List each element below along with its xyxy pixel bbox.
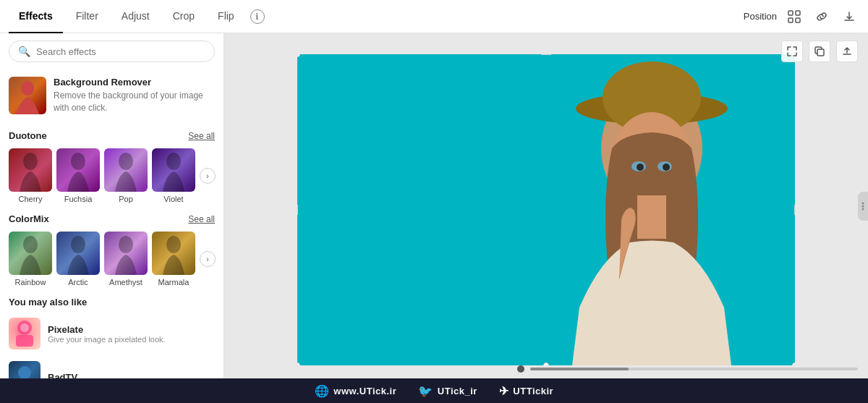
tab-adjust[interactable]: Adjust bbox=[111, 0, 160, 33]
svg-point-7 bbox=[20, 323, 29, 332]
marmala-label: Marmala bbox=[158, 278, 190, 287]
watermark-telegram: ✈ UTTickir bbox=[499, 384, 553, 398]
grid-icon[interactable] bbox=[784, 7, 804, 27]
tab-flip[interactable]: Flip bbox=[208, 0, 244, 33]
tab-crop[interactable]: Crop bbox=[163, 0, 205, 33]
link-icon[interactable] bbox=[812, 7, 832, 27]
svg-point-20 bbox=[862, 202, 864, 204]
search-input[interactable] bbox=[36, 46, 205, 57]
effect-amethyst[interactable]: Amethyst bbox=[104, 232, 148, 287]
you-may-like-title: You may also like bbox=[9, 297, 87, 307]
canvas-image bbox=[297, 54, 795, 365]
watermark-website: 🌐 www.UTick.ir bbox=[315, 384, 396, 398]
badtv-thumb bbox=[9, 361, 41, 378]
pixelate-text: Pixelate Give your image a pixelated loo… bbox=[48, 324, 166, 344]
amethyst-label: Amethyst bbox=[109, 278, 142, 287]
main-area: 🔍 Background Remover Remove the backgrou… bbox=[0, 33, 868, 378]
right-edge-handle[interactable] bbox=[858, 192, 868, 221]
sidebar: 🔍 Background Remover Remove the backgrou… bbox=[0, 33, 224, 378]
handle-middle-left[interactable] bbox=[297, 204, 298, 216]
you-may-like-header: You may also like bbox=[0, 292, 224, 312]
colormix-title: ColorMix bbox=[9, 213, 49, 224]
colormix-row: Rainbow Arctic Amethyst Marmala › bbox=[0, 229, 224, 289]
effect-marmala[interactable]: Marmala bbox=[152, 232, 195, 287]
effect-pop[interactable]: Pop bbox=[104, 148, 148, 203]
search-box[interactable]: 🔍 bbox=[9, 41, 215, 62]
effect-fuchsia[interactable]: Fuchsia bbox=[56, 148, 100, 203]
handle-bottom-right[interactable] bbox=[792, 362, 795, 365]
marmala-thumb bbox=[152, 232, 195, 275]
svg-rect-15 bbox=[637, 195, 666, 239]
corner-adjust-button[interactable] bbox=[781, 41, 803, 62]
effect-cherry[interactable]: Cherry bbox=[9, 148, 52, 203]
svg-point-18 bbox=[637, 164, 644, 171]
duotone-title: Duotone bbox=[9, 130, 47, 141]
svg-point-21 bbox=[862, 205, 864, 207]
duotone-section-header: Duotone See all bbox=[0, 126, 224, 145]
bg-remover-thumb bbox=[9, 77, 46, 114]
tab-filter[interactable]: Filter bbox=[66, 0, 109, 33]
colormix-next-arrow[interactable]: › bbox=[200, 251, 216, 267]
top-bar-right: Position bbox=[744, 7, 859, 27]
tab-list: Effects Filter Adjust Crop Flip ℹ bbox=[9, 0, 744, 33]
duplicate-button[interactable] bbox=[809, 41, 830, 62]
fuchsia-label: Fuchsia bbox=[64, 195, 93, 203]
canvas-area bbox=[224, 33, 868, 378]
telegram-icon: ✈ bbox=[499, 384, 509, 398]
globe-icon: 🌐 bbox=[315, 384, 330, 398]
tab-effects[interactable]: Effects bbox=[9, 0, 63, 33]
violet-thumb bbox=[152, 148, 195, 192]
export-button[interactable] bbox=[836, 41, 858, 62]
progress-track[interactable] bbox=[530, 368, 858, 370]
pixelate-thumb bbox=[9, 318, 41, 349]
duotone-row: Cherry Fuchsia Pop Violet › bbox=[0, 145, 224, 206]
svg-rect-3 bbox=[796, 18, 800, 22]
effect-rainbow[interactable]: Rainbow bbox=[9, 232, 52, 287]
effect-violet[interactable]: Violet bbox=[152, 148, 195, 203]
duotone-see-all[interactable]: See all bbox=[188, 131, 215, 141]
watermark-twitter: 🐦 UTick_ir bbox=[418, 384, 477, 398]
search-icon: 🔍 bbox=[18, 46, 30, 57]
svg-rect-1 bbox=[796, 11, 800, 15]
handle-bottom-middle[interactable] bbox=[543, 362, 549, 365]
handle-middle-right[interactable] bbox=[794, 204, 795, 216]
progress-fill bbox=[530, 368, 629, 370]
handle-top-middle[interactable] bbox=[540, 54, 552, 55]
effect-arctic[interactable]: Arctic bbox=[56, 232, 100, 287]
main-image bbox=[297, 54, 795, 365]
badtv-text: BadTV bbox=[48, 372, 77, 379]
watermark-bar: 🌐 www.UTick.ir 🐦 UTick_ir ✈ UTTickir bbox=[0, 378, 868, 403]
arctic-thumb bbox=[56, 232, 100, 275]
colormix-section-header: ColorMix See all bbox=[0, 209, 224, 229]
twitter-icon: 🐦 bbox=[418, 384, 433, 398]
canvas-bottom bbox=[517, 365, 858, 373]
svg-rect-6 bbox=[16, 335, 33, 347]
position-label[interactable]: Position bbox=[744, 11, 777, 22]
colormix-see-all[interactable]: See all bbox=[188, 214, 215, 224]
svg-rect-0 bbox=[788, 11, 793, 15]
rainbow-thumb bbox=[9, 232, 52, 275]
amethyst-thumb bbox=[104, 232, 148, 275]
pop-label: Pop bbox=[119, 195, 133, 203]
cherry-thumb bbox=[9, 148, 52, 192]
svg-point-19 bbox=[663, 164, 670, 171]
image-container bbox=[297, 54, 795, 365]
info-icon[interactable]: ℹ bbox=[250, 9, 265, 24]
canvas-toolbar bbox=[781, 41, 858, 62]
duotone-next-arrow[interactable]: › bbox=[200, 168, 216, 184]
bg-remover-item[interactable]: Background Remover Remove the background… bbox=[0, 71, 224, 120]
fuchsia-thumb bbox=[56, 148, 100, 192]
badtv-item[interactable]: BadTV bbox=[0, 355, 224, 378]
pixelate-item[interactable]: Pixelate Give your image a pixelated loo… bbox=[0, 312, 224, 355]
progress-dot[interactable] bbox=[517, 365, 524, 373]
arctic-label: Arctic bbox=[68, 278, 88, 287]
violet-label: Violet bbox=[163, 195, 183, 203]
bg-remover-text: Background Remover Remove the background… bbox=[54, 77, 215, 114]
top-bar: Effects Filter Adjust Crop Flip ℹ Positi… bbox=[0, 0, 868, 33]
download-icon[interactable] bbox=[839, 7, 859, 27]
svg-rect-9 bbox=[817, 49, 824, 56]
svg-point-22 bbox=[862, 208, 864, 210]
pop-thumb bbox=[104, 148, 148, 192]
svg-rect-2 bbox=[788, 18, 793, 22]
svg-point-8 bbox=[18, 366, 31, 378]
